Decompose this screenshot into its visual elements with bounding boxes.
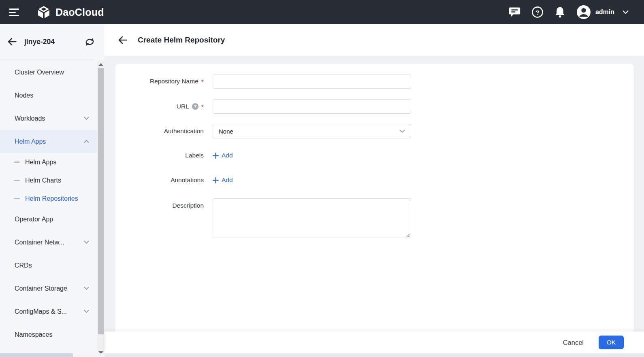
url-input[interactable] [213, 99, 411, 114]
form-card: Repository Name * URL ? * [115, 64, 634, 336]
sidebar-subitem-helm-apps[interactable]: Helm Apps [0, 153, 97, 171]
chevron-down-icon [84, 240, 89, 244]
description-textarea[interactable] [213, 198, 411, 238]
required-asterisk: * [201, 104, 204, 111]
labels-add-button[interactable]: Add [213, 151, 233, 160]
sidebar-item-configmaps-secrets[interactable]: ConfigMaps & S... [0, 300, 97, 323]
sidebar-scrollbar [97, 61, 104, 357]
brand-name: DaoCloud [55, 6, 104, 18]
form-row-repository-name: Repository Name * [115, 74, 634, 89]
sidebar-item-label: ConfigMaps & S... [15, 308, 67, 315]
repository-name-input[interactable] [213, 74, 411, 89]
sidebar-item-label: Helm Repositories [25, 195, 78, 202]
form-row-annotations: Annotations Add [115, 175, 634, 185]
form-action-footer: Cancel OK [104, 332, 644, 353]
add-button-label: Add [222, 152, 233, 159]
sidebar-item-label: Operator App [15, 216, 53, 223]
plus-icon [213, 153, 219, 159]
messages-icon[interactable] [509, 7, 520, 18]
field-label: Repository Name * [115, 74, 213, 89]
sidebar-item-label: CRDs [15, 262, 32, 269]
sidebar-item-helm-apps-group[interactable]: Helm Apps [0, 130, 97, 153]
sidebar-item-crds[interactable]: CRDs [0, 254, 97, 277]
daocloud-cube-icon [36, 5, 51, 19]
form-row-url: URL ? * [115, 99, 634, 114]
main-horizontal-scrollbar[interactable] [104, 353, 644, 357]
authentication-label: Authentication [164, 128, 204, 135]
chevron-down-icon [84, 287, 89, 290]
cancel-button[interactable]: Cancel [563, 339, 584, 346]
sidebar-item-nodes[interactable]: Nodes [0, 84, 97, 107]
sidebar-item-label: Helm Apps [25, 159, 56, 166]
notifications-bell-icon[interactable] [554, 6, 565, 18]
sidebar-item-operator-app[interactable]: Operator App [0, 208, 97, 231]
dash-icon [14, 162, 20, 163]
create-helm-repo-form: Repository Name * URL ? * [115, 64, 634, 240]
repository-name-label: Repository Name [150, 78, 198, 85]
main-content: Create Helm Repository Repository Name * [104, 24, 644, 357]
sidebar-item-cluster-overview[interactable]: Cluster Overview [0, 61, 97, 84]
sidebar-item-label: Container Storage [15, 285, 67, 292]
username-label: admin [595, 8, 614, 16]
add-button-label: Add [222, 176, 233, 184]
sidebar-item-namespaces[interactable]: Namespaces [0, 323, 97, 346]
sidebar-back-arrow-icon[interactable] [7, 38, 17, 46]
sidebar-item-label: Helm Charts [25, 177, 61, 184]
form-row-labels: Labels Add [115, 151, 634, 160]
chevron-down-icon [84, 117, 89, 120]
user-avatar-icon[interactable] [576, 5, 591, 19]
field-label: URL ? * [115, 99, 213, 114]
annotations-add-button[interactable]: Add [213, 175, 233, 185]
sidebar-subitem-helm-charts[interactable]: Helm Charts [0, 171, 97, 189]
user-menu-chevron-down-icon[interactable] [623, 10, 629, 14]
switch-cluster-icon[interactable] [85, 37, 95, 47]
chevron-up-icon [84, 140, 89, 143]
svg-text:?: ? [535, 9, 539, 16]
sidebar-item-label: Cluster Overview [15, 69, 64, 76]
hamburger-menu-icon[interactable] [9, 8, 19, 16]
sidebar-item-container-network[interactable]: Container Netw... [0, 231, 97, 254]
sidebar-item-label: Container Netw... [15, 239, 64, 246]
sidebar-item-label: Helm Apps [15, 138, 46, 145]
scrollbar-up-arrow[interactable] [98, 63, 103, 66]
top-navbar: DaoCloud ? [0, 0, 644, 24]
annotations-label: Annotations [171, 176, 204, 184]
sidebar-menu: Cluster Overview Nodes Workloads Helm Ap… [0, 61, 97, 346]
form-row-description: Description [115, 198, 634, 240]
topbar-actions: ? admin [498, 5, 629, 19]
url-help-icon[interactable]: ? [192, 103, 198, 110]
dash-icon [14, 180, 20, 181]
description-label: Description [172, 202, 204, 209]
textarea-resize-handle-icon[interactable] [405, 233, 410, 237]
horizontal-scrollbar-thumb[interactable] [0, 353, 73, 357]
ok-button[interactable]: OK [599, 336, 624, 349]
app-window: DaoCloud ? [0, 0, 644, 357]
sidebar-item-container-storage[interactable]: Container Storage [0, 277, 97, 300]
page-back-arrow-icon[interactable] [118, 36, 128, 44]
cluster-name: jinye-204 [24, 38, 55, 46]
field-label: Annotations [115, 176, 213, 184]
labels-label: Labels [185, 152, 204, 159]
sidebar-item-label: Workloads [15, 115, 45, 122]
sidebar-horizontal-scrollbar [0, 353, 104, 357]
sidebar-item-workloads[interactable]: Workloads [0, 107, 97, 130]
help-icon[interactable]: ? [531, 6, 544, 18]
sidebar-item-label: Nodes [15, 92, 33, 99]
page-header: Create Helm Repository [104, 24, 644, 56]
brand-logo[interactable]: DaoCloud [36, 5, 104, 19]
required-asterisk: * [201, 79, 204, 86]
field-label: Labels [115, 152, 213, 159]
sidebar-subitem-helm-repositories[interactable]: Helm Repositories [0, 189, 97, 208]
form-row-authentication: Authentication None [115, 124, 634, 138]
sidebar-header: jinye-204 [0, 24, 104, 59]
plus-icon [213, 177, 219, 183]
sidebar: jinye-204 Cluster Overview Nodes Workloa… [0, 24, 104, 357]
select-chevron-down-icon [399, 130, 405, 133]
authentication-select[interactable]: None [213, 124, 411, 138]
url-label: URL [177, 103, 189, 110]
sidebar-divider [0, 59, 96, 60]
sidebar-item-label: Namespaces [15, 331, 52, 338]
authentication-selected-value: None [219, 128, 233, 135]
scrollbar-thumb[interactable] [98, 68, 104, 334]
chevron-down-icon [84, 310, 89, 313]
